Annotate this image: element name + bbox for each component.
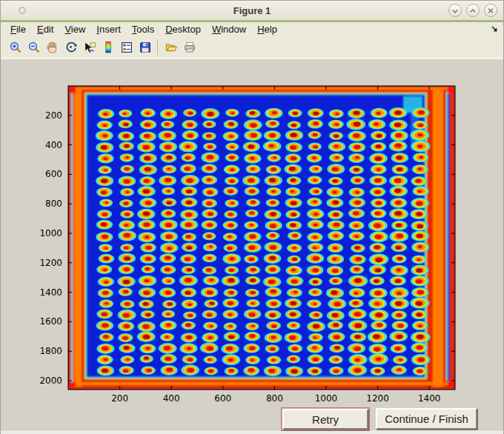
retry-button-focus-ring: Retry [281, 407, 370, 431]
menu-desktop[interactable]: Desktop [165, 24, 201, 35]
minimize-icon [449, 4, 461, 17]
zoom-in-button[interactable] [7, 39, 23, 56]
menu-view[interactable]: View [64, 24, 85, 35]
menubar-items: FileEditViewInsertToolsDesktopWindowHelp [10, 24, 288, 35]
menubar: FileEditViewInsertToolsDesktopWindowHelp [1, 22, 503, 36]
plate-image[interactable] [68, 86, 455, 390]
legend-button[interactable] [118, 39, 134, 56]
rotate-3d-icon [64, 41, 77, 53]
print-button[interactable] [181, 39, 197, 56]
x-tick-label: 1000 [315, 393, 338, 404]
x-tick-label: 600 [214, 393, 231, 404]
continue-finish-button[interactable]: Continue / Finish [376, 408, 477, 430]
legend-icon [120, 41, 133, 53]
y-tick-label: 1600 [39, 316, 62, 327]
close-button[interactable] [484, 4, 497, 17]
x-tick-label: 1200 [366, 393, 389, 404]
y-tick-label: 2000 [39, 375, 62, 386]
y-tick-label: 600 [45, 169, 62, 179]
x-tick-label: 400 [163, 393, 180, 404]
window-bottom-border [1, 430, 503, 434]
minimize-button[interactable] [448, 4, 462, 17]
x-tick-label: 200 [111, 393, 128, 404]
y-tick-label: 200 [45, 110, 62, 121]
menu-help[interactable]: Help [257, 24, 277, 35]
menu-window[interactable]: Window [212, 24, 246, 35]
maximize-icon [467, 4, 479, 17]
y-tick-label: 400 [45, 140, 62, 150]
maximize-button[interactable] [466, 4, 480, 17]
close-icon [485, 4, 497, 17]
figure-canvas[interactable]: 2004006008001000120014002004006008001000… [1, 59, 503, 430]
colorbar-button[interactable] [99, 39, 116, 56]
window-controls [448, 4, 497, 17]
window-icon [19, 7, 26, 14]
print-icon [183, 41, 196, 53]
x-tick-label: 1400 [418, 393, 441, 404]
zoom-out-button[interactable] [25, 39, 42, 56]
pan-button[interactable] [44, 39, 60, 56]
menu-edit[interactable]: Edit [37, 24, 53, 35]
colorbar-icon [102, 41, 114, 53]
y-tick-label: 1000 [39, 228, 62, 238]
open-button[interactable] [162, 39, 179, 56]
y-tick-label: 800 [45, 198, 62, 209]
toolbar [1, 36, 503, 58]
figure-window: Figure 1 FileEditViewInsertToolsDesktopW… [0, 0, 504, 434]
plot-axes[interactable]: 2004006008001000120014002004006008001000… [1, 59, 504, 430]
titlebar[interactable]: Figure 1 [1, 1, 503, 20]
zoom-out-icon [27, 41, 40, 53]
data-cursor-icon [83, 41, 96, 53]
rotate-3d-button[interactable] [62, 39, 79, 56]
zoom-in-icon [9, 41, 21, 53]
y-tick-label: 1400 [39, 287, 62, 298]
menu-tools[interactable]: Tools [132, 24, 154, 35]
x-tick-label: 800 [266, 393, 283, 404]
save-icon [139, 41, 151, 53]
data-cursor-button[interactable] [81, 39, 97, 56]
y-tick-label: 1200 [39, 258, 62, 268]
menu-file[interactable]: File [10, 24, 26, 35]
y-tick-label: 1800 [39, 346, 62, 356]
window-title: Figure 1 [1, 5, 503, 16]
menu-insert[interactable]: Insert [96, 24, 121, 35]
save-button[interactable] [136, 39, 153, 56]
toolbar-separator [157, 40, 158, 55]
dock-arrow-icon[interactable] [490, 24, 499, 33]
pan-icon [46, 41, 59, 53]
retry-button[interactable]: Retry [282, 409, 368, 430]
open-icon [165, 41, 177, 53]
